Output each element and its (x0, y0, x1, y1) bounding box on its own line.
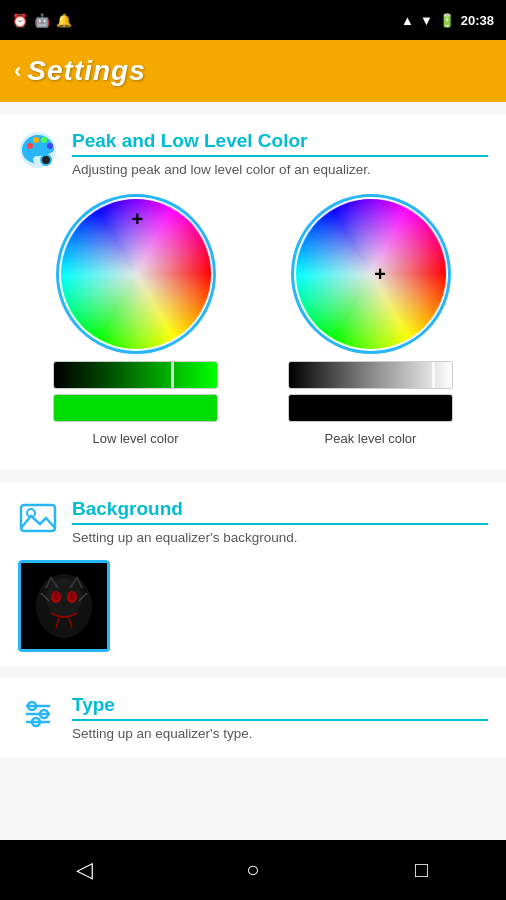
slider-handle-2 (432, 362, 435, 388)
low-level-color-block: + Low level color (53, 194, 218, 446)
background-section-title: Background (72, 498, 488, 525)
peak-level-sliders (288, 361, 453, 422)
type-section: Type Setting up an equalizer's type. (0, 678, 506, 758)
low-level-color-wheel[interactable]: + (56, 194, 216, 354)
recents-button[interactable]: □ (397, 845, 447, 895)
background-section-desc: Setting up an equalizer's background. (72, 529, 488, 548)
background-title-block: Background Setting up an equalizer's bac… (72, 498, 488, 548)
bg-thumbnail-svg (21, 563, 107, 649)
low-level-sliders (53, 361, 218, 422)
color-section-desc: Adjusting peak and low level color of an… (72, 161, 488, 180)
battery-icon: 🔋 (439, 13, 455, 28)
type-section-title: Type (72, 694, 488, 721)
status-icons: ⏰ 🤖 🔔 (12, 13, 72, 28)
color-wheels-area: + Low level color + (18, 194, 488, 446)
peak-level-slider-2[interactable] (288, 394, 453, 422)
svg-point-14 (69, 592, 75, 600)
status-bar: ⏰ 🤖 🔔 ▲ ▼ 🔋 20:38 (0, 0, 506, 40)
background-section-header: Background Setting up an equalizer's bac… (18, 498, 488, 548)
color-section: Peak and Low Level Color Adjusting peak … (0, 114, 506, 470)
low-level-label: Low level color (93, 431, 179, 446)
signal-icon: ▲ (401, 13, 414, 28)
back-icon[interactable]: ‹ (14, 58, 21, 84)
main-content: Peak and Low Level Color Adjusting peak … (0, 102, 506, 840)
image-icon (18, 498, 58, 538)
low-level-slider-1[interactable] (53, 361, 218, 389)
type-title-block: Type Setting up an equalizer's type. (72, 694, 488, 744)
time-display: 20:38 (461, 13, 494, 28)
status-right-icons: ▲ ▼ 🔋 20:38 (401, 13, 494, 28)
color-section-header: Peak and Low Level Color Adjusting peak … (18, 130, 488, 180)
back-button[interactable]: ◁ (59, 845, 109, 895)
low-level-slider-2[interactable] (53, 394, 218, 422)
svg-point-2 (33, 137, 39, 143)
svg-point-13 (53, 592, 59, 600)
home-button[interactable]: ○ (228, 845, 278, 895)
notification-icon: 🔔 (56, 13, 72, 28)
svg-point-5 (41, 155, 51, 165)
bottom-navigation: ◁ ○ □ (0, 840, 506, 900)
peak-level-label: Peak level color (325, 431, 417, 446)
sliders-icon (18, 694, 58, 734)
slider-handle-1 (171, 362, 174, 388)
page-title: Settings (27, 55, 145, 87)
svg-rect-6 (21, 505, 55, 531)
title-bar: ‹ Settings (0, 40, 506, 102)
color-title-block: Peak and Low Level Color Adjusting peak … (72, 130, 488, 180)
wheel1-canvas[interactable] (59, 197, 213, 351)
alarm-icon: ⏰ (12, 13, 28, 28)
peak-level-color-block: + Peak level color (288, 194, 453, 446)
svg-point-3 (41, 137, 47, 143)
type-section-header: Type Setting up an equalizer's type. (18, 694, 488, 744)
palette-icon (18, 130, 58, 170)
background-section: Background Setting up an equalizer's bac… (0, 482, 506, 666)
wheel2-canvas[interactable] (294, 197, 448, 351)
peak-level-slider-1[interactable] (288, 361, 453, 389)
android-icon: 🤖 (34, 13, 50, 28)
type-section-desc: Setting up an equalizer's type. (72, 725, 488, 744)
background-thumbnail[interactable] (18, 560, 110, 652)
svg-point-1 (27, 143, 33, 149)
peak-level-color-wheel[interactable]: + (291, 194, 451, 354)
svg-point-4 (47, 143, 53, 149)
color-section-title: Peak and Low Level Color (72, 130, 488, 157)
wifi-icon: ▼ (420, 13, 433, 28)
